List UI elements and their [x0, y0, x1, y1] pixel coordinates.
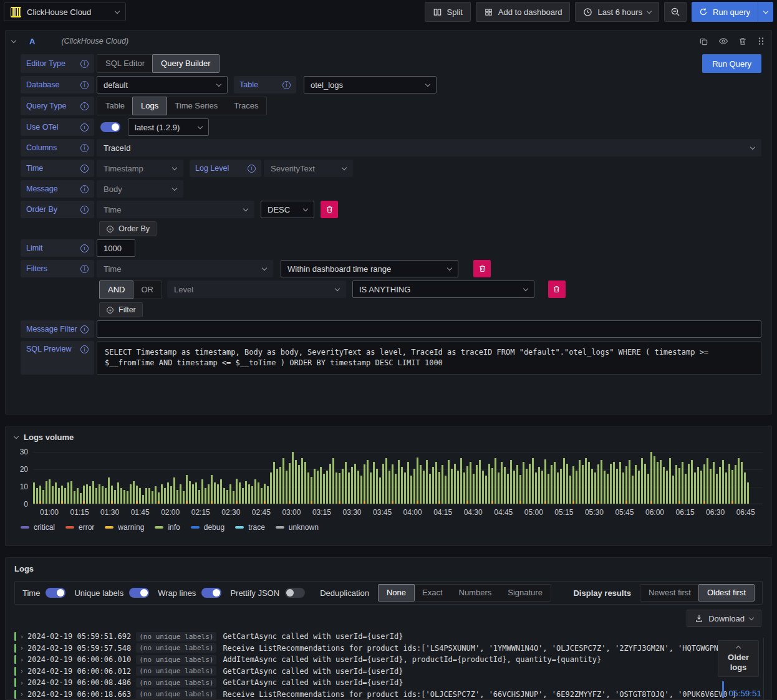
collapse-chevron-icon[interactable]: [11, 37, 16, 42]
query-datasource-hint: (ClickHouse Cloud): [61, 37, 128, 46]
logs-volume-title: Logs volume: [24, 433, 74, 442]
duplicate-query-icon[interactable]: [699, 37, 708, 46]
columns-multiselect[interactable]: TraceId: [97, 139, 761, 156]
expand-chevron-icon[interactable]: ›: [20, 679, 27, 686]
chart-bar: [700, 471, 702, 504]
chart-bar: [669, 458, 671, 504]
scroll-time-text: 05:59:51: [728, 689, 761, 698]
sql-preview-label: SQL Previewi: [21, 341, 94, 375]
time-column-select[interactable]: Timestamp: [97, 160, 183, 177]
table-select[interactable]: otel_logs: [304, 76, 437, 93]
wrap-lines-toggle[interactable]: [201, 588, 221, 598]
oldest-first-option[interactable]: Oldest first: [698, 584, 755, 602]
time-range-button[interactable]: Last 6 hours: [575, 2, 659, 22]
legend-item-error[interactable]: error: [65, 523, 94, 532]
add-to-dashboard-button[interactable]: Add to dashboard: [476, 2, 571, 22]
collapse-chevron-icon[interactable]: [14, 434, 19, 439]
time-series-option[interactable]: Time Series: [166, 97, 226, 115]
remove-filter2-button[interactable]: [548, 280, 566, 298]
legend-marker: [21, 526, 29, 529]
message-column-select[interactable]: Body: [97, 180, 183, 198]
or-option[interactable]: OR: [133, 281, 162, 299]
run-query-button[interactable]: Run query: [692, 2, 758, 22]
query-row-header[interactable]: A (ClickHouse Cloud): [6, 31, 771, 52]
legend-item-trace[interactable]: trace: [235, 523, 265, 532]
expand-chevron-icon[interactable]: ›: [20, 645, 27, 651]
delete-query-trash-icon[interactable]: [738, 37, 747, 46]
expand-chevron-icon[interactable]: ›: [20, 633, 27, 640]
log-row[interactable]: ›2024-02-19 06:00:18.663(no unique label…: [14, 689, 771, 700]
order-by-field-select[interactable]: Time: [97, 201, 254, 218]
logs-volume-header[interactable]: Logs volume: [6, 426, 771, 442]
signature-option[interactable]: Signature: [500, 585, 551, 601]
log-row[interactable]: ›2024-02-19 06:00:06.010(no unique label…: [14, 654, 771, 666]
log-level-select[interactable]: SeverityText: [264, 160, 353, 177]
older-logs-button[interactable]: Older logs: [718, 640, 759, 677]
x-axis-tick: 03:15: [312, 508, 331, 517]
legend-item-debug[interactable]: debug: [191, 523, 224, 532]
filter2-operator-select[interactable]: IS ANYTHING: [352, 280, 534, 298]
x-axis-tick: 04:00: [403, 508, 422, 517]
log-row[interactable]: ›2024-02-19 06:00:08.486(no unique label…: [14, 677, 771, 689]
download-button[interactable]: Download: [687, 610, 761, 627]
none-option[interactable]: None: [378, 584, 415, 602]
hide-query-eye-icon[interactable]: [718, 36, 728, 46]
legend-item-critical[interactable]: critical: [21, 523, 55, 532]
and-option[interactable]: AND: [99, 280, 133, 299]
zoom-out-button[interactable]: [664, 2, 687, 22]
remove-order-by-button[interactable]: [321, 201, 338, 218]
chart-bar: [233, 491, 234, 504]
chart-bar: [647, 474, 649, 504]
logs-volume-chart[interactable]: 0102030: [33, 452, 763, 504]
numbers-option[interactable]: Numbers: [451, 585, 500, 601]
otel-version-select[interactable]: latest (1.2.9): [128, 118, 209, 136]
time-toggle[interactable]: [46, 588, 65, 598]
run-query-panel-button[interactable]: Run Query: [702, 54, 761, 73]
chart-bar: [401, 467, 403, 504]
chart-bar: [731, 470, 733, 504]
traces-option[interactable]: Traces: [226, 97, 266, 115]
order-by-direction-select[interactable]: DESC: [261, 201, 314, 218]
legend-item-info[interactable]: info: [155, 523, 180, 532]
split-button[interactable]: Split: [425, 2, 471, 22]
expand-chevron-icon[interactable]: ›: [20, 656, 27, 663]
message-filter-input[interactable]: [97, 320, 761, 338]
limit-input[interactable]: [97, 239, 135, 257]
chart-bar: [64, 488, 66, 504]
logs-option[interactable]: Logs: [132, 97, 167, 115]
exact-option[interactable]: Exact: [414, 585, 451, 601]
legend-item-warning[interactable]: warning: [105, 523, 144, 532]
add-filter-button[interactable]: Filter: [99, 302, 143, 317]
drag-handle-icon[interactable]: [757, 37, 765, 46]
log-row[interactable]: ›2024-02-19 05:59:57.548(no unique label…: [14, 643, 771, 654]
filter-operator-select[interactable]: Within dashboard time range: [281, 260, 458, 277]
logs-scrollbar[interactable]: [763, 638, 764, 699]
expand-chevron-icon[interactable]: ›: [20, 691, 27, 698]
chart-bar: [495, 458, 496, 504]
remove-filter-button[interactable]: [473, 260, 491, 277]
chevron-down-icon: [523, 285, 528, 290]
log-row[interactable]: ›2024-02-19 05:59:51.692(no unique label…: [14, 631, 771, 643]
split-icon: [433, 7, 442, 17]
filter2-field-select[interactable]: Level: [167, 280, 346, 298]
query-builder-option[interactable]: Query Builder: [152, 54, 219, 73]
message-filter-label: Message Filteri: [21, 320, 94, 338]
prettify-json-toggle[interactable]: [285, 588, 305, 598]
chart-bar: [304, 462, 306, 504]
unique-labels-toggle[interactable]: [129, 588, 149, 598]
use-otel-toggle[interactable]: [100, 122, 120, 132]
newest-first-option[interactable]: Newest first: [640, 585, 699, 601]
filter-field-select[interactable]: Time: [97, 260, 273, 277]
expand-chevron-icon[interactable]: ›: [20, 668, 27, 674]
legend-item-unknown[interactable]: unknown: [276, 523, 319, 532]
log-row[interactable]: ›2024-02-19 06:00:06.012(no unique label…: [14, 666, 771, 678]
run-query-dropdown-button[interactable]: [758, 2, 773, 22]
add-order-by-button[interactable]: Order By: [99, 221, 157, 236]
table-option[interactable]: Table: [97, 97, 133, 115]
query-ref-id: A: [29, 37, 35, 46]
chart-bar: [145, 488, 147, 504]
database-select[interactable]: default: [97, 76, 228, 93]
datasource-picker[interactable]: ClickHouse Cloud: [4, 2, 126, 21]
sql-editor-option[interactable]: SQL Editor: [97, 55, 153, 72]
chart-bar: [264, 484, 266, 504]
